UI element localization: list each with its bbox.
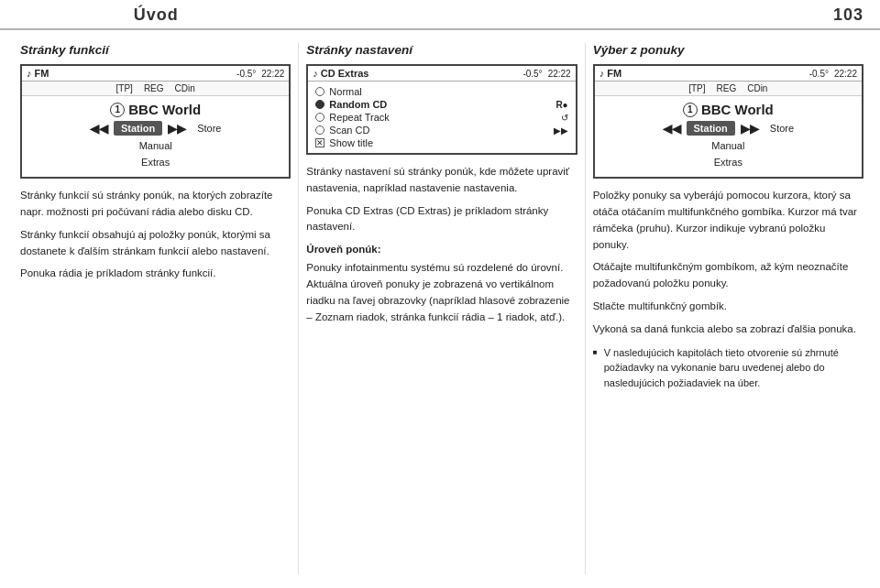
col2-para2: Ponuka CD Extras (CD Extras) je príklado…	[306, 203, 577, 236]
next-btn-3[interactable]: ▶▶	[741, 122, 759, 136]
scan-cd-row: Scan CD ▶▶	[329, 125, 567, 136]
col-settings: Stránky nastavení ♪ CD Extras -0.5° 22:2…	[299, 43, 585, 574]
reg-tag-3: REG	[717, 83, 737, 93]
screen-controls-1: ◀◀ Station ▶▶ Store	[28, 121, 283, 136]
screen-top-bar-2: ♪ CD Extras -0.5° 22:22	[308, 66, 575, 82]
checkbox-show-title: ✕	[315, 138, 324, 147]
prev-btn-3[interactable]: ◀◀	[663, 122, 681, 136]
music-icon-1: ♪	[27, 68, 32, 79]
store-label-1: Store	[197, 123, 221, 134]
screen-menu-1: Manual Extras	[28, 138, 283, 173]
label-show-title: Show title	[329, 137, 373, 148]
label-scan-cd: Scan CD	[329, 125, 369, 136]
screen-settings: ♪ CD Extras -0.5° 22:22 Normal	[306, 64, 577, 155]
screen-sub-bar-1: [TP] REG CDin	[22, 82, 289, 96]
store-label-3: Store	[770, 123, 794, 134]
col1-para3: Ponuka rádia je príkladom stránky funkci…	[20, 266, 291, 282]
menu-item-extras-1: Extras	[28, 155, 283, 171]
next-btn-1[interactable]: ▶▶	[168, 122, 186, 136]
cdin-tag-1: CDin	[175, 83, 195, 93]
label-random-cd: Random CD	[329, 99, 387, 110]
menu-item-manual-3: Manual	[600, 138, 856, 155]
col3-para1: Položky ponuky sa vyberájú pomocou kurzo…	[593, 188, 864, 253]
option-show-title: ✕ Show title	[315, 137, 567, 148]
radio-normal	[315, 87, 324, 96]
time-2: 22:22	[548, 69, 571, 79]
screen-select: ♪ FM -0.5° 22:22 [TP] REG CDin 1 BBC Wor…	[593, 64, 864, 179]
label-normal: Normal	[329, 86, 361, 97]
source-label-3: FM	[607, 68, 622, 79]
page-header: Úvod 103	[0, 0, 880, 29]
col3-para2: Otáčajte multifunkčným gombíkom, až kým …	[593, 259, 864, 292]
repeat-track-icon: ↺	[561, 113, 568, 123]
screen-source-1: ♪ FM	[27, 68, 49, 79]
option-scan-cd: Scan CD ▶▶	[315, 125, 567, 136]
repeat-track-row: Repeat Track ↺	[329, 112, 567, 123]
time-1: 22:22	[261, 69, 284, 79]
source-label-1: FM	[35, 68, 50, 79]
col2-para1: Stránky nastavení sú stránky ponúk, kde …	[306, 164, 577, 197]
random-cd-icon: R●	[556, 100, 567, 110]
random-cd-row: Random CD R●	[329, 99, 567, 110]
screen-source-3: ♪ FM	[600, 68, 622, 79]
col-functions: Stránky funkcií ♪ FM -0.5° 22:22 [TP] RE…	[13, 43, 299, 574]
station-btn-1[interactable]: Station	[114, 121, 162, 136]
screen-main-3: 1 BBC World ◀◀ Station ▶▶ Store Manual E…	[595, 96, 862, 177]
station-label-3: BBC World	[701, 102, 774, 117]
screen-sub-bar-3: [TP] REG CDin	[595, 82, 862, 96]
content-area: Stránky funkcií ♪ FM -0.5° 22:22 [TP] RE…	[0, 30, 880, 583]
screen-controls-3: ◀◀ Station ▶▶ Store	[600, 121, 856, 136]
col3-bullet: V nasledujúcich kapitolách tieto otvoren…	[593, 345, 864, 391]
screen-functions: ♪ FM -0.5° 22:22 [TP] REG CDin 1 BBC Wor…	[20, 64, 291, 179]
reg-tag-1: REG	[144, 83, 164, 93]
screen-info-3: -0.5° 22:22	[809, 69, 857, 79]
title-text: Úvod	[134, 5, 179, 24]
page-number: 103	[833, 5, 864, 24]
screen-main-1: 1 BBC World ◀◀ Station ▶▶ Store Manual E…	[22, 96, 289, 177]
col3-para3: Stlačte multifunkčný gombík.	[593, 299, 864, 315]
tp-tag-3: [TP]	[688, 83, 705, 93]
menu-item-extras-3: Extras	[600, 155, 856, 171]
option-random-cd: Random CD R●	[315, 99, 567, 110]
radio-random-cd	[315, 100, 324, 109]
screen-source-2: ♪ CD Extras	[313, 68, 368, 79]
station-label-1: BBC World	[128, 102, 201, 117]
circle-num-1: 1	[110, 103, 125, 117]
music-icon-3: ♪	[600, 68, 605, 79]
scan-cd-icon: ▶▶	[554, 125, 568, 136]
station-name-3: 1 BBC World	[600, 102, 856, 117]
radio-scan-cd	[315, 125, 324, 135]
tp-tag-1: [TP]	[116, 83, 133, 93]
cdin-tag-3: CDin	[747, 83, 767, 93]
radio-repeat-track	[315, 113, 324, 122]
col3-para4: Vykoná sa daná funkcia alebo sa zobrazí …	[593, 321, 864, 338]
screen-top-bar-1: ♪ FM -0.5° 22:22	[22, 66, 289, 82]
col2-title: Stránky nastavení	[306, 43, 577, 57]
label-repeat-track: Repeat Track	[329, 112, 389, 123]
angle-2: -0.5°	[522, 69, 542, 79]
angle-3: -0.5°	[809, 69, 829, 79]
col3-title: Výber z ponuky	[593, 43, 864, 57]
menu-item-manual-1: Manual	[28, 138, 283, 155]
music-icon-2: ♪	[313, 68, 318, 79]
col2-note-label: Úroveň ponúk:	[306, 242, 577, 258]
col1-title: Stránky funkcií	[20, 43, 291, 57]
col1-para2: Stránky funkcií obsahujú aj položky ponú…	[20, 227, 291, 260]
source-label-2: CD Extras	[321, 68, 369, 79]
screen-info-1: -0.5° 22:22	[236, 69, 284, 79]
screen-info-2: -0.5° 22:22	[522, 69, 570, 79]
time-3: 22:22	[834, 69, 857, 79]
station-name-1: 1 BBC World	[28, 102, 283, 117]
prev-btn-1[interactable]: ◀◀	[90, 122, 108, 136]
col1-para1: Stránky funkcií sú stránky ponúk, na kto…	[20, 188, 291, 221]
option-repeat-track: Repeat Track ↺	[315, 112, 567, 123]
screen-top-bar-3: ♪ FM -0.5° 22:22	[595, 66, 862, 82]
col-select: Výber z ponuky ♪ FM -0.5° 22:22 [TP] REG…	[586, 43, 871, 574]
circle-num-3: 1	[683, 103, 698, 117]
page-title: Úvod 103	[134, 5, 864, 25]
angle-1: -0.5°	[236, 69, 256, 79]
screen-menu-3: Manual Extras	[600, 138, 856, 173]
station-btn-3[interactable]: Station	[687, 121, 735, 136]
screen-main-2: Normal Random CD R● Repeat Track ↺	[308, 82, 575, 153]
option-normal: Normal	[315, 86, 567, 97]
